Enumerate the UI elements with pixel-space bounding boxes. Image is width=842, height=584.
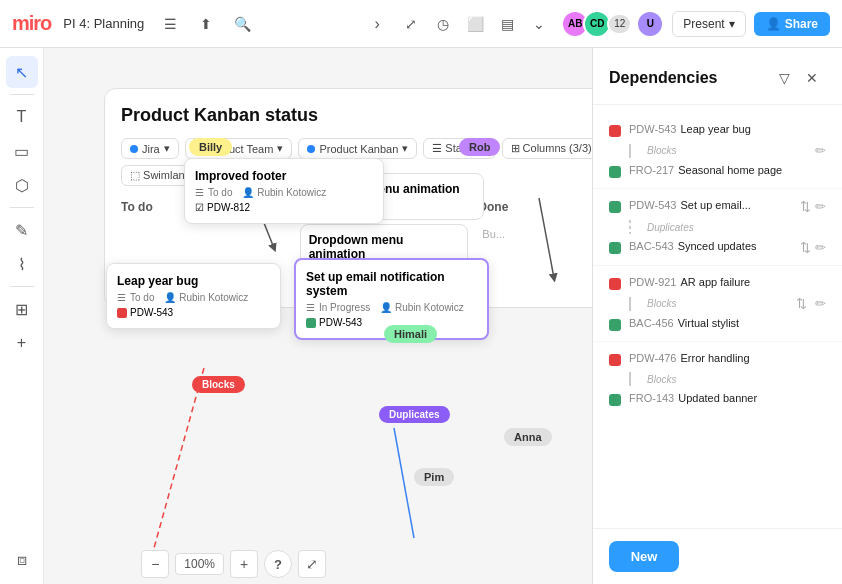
toolbar-separator-3 — [10, 286, 34, 287]
topbar-right: › ⤢ ◷ ⬜ ▤ ⌄ AB CD 12 U Present ▾ 👤 Share — [365, 10, 830, 38]
dep-arrow-icon-3[interactable]: ⇅ — [800, 240, 811, 255]
dep-arrow-icon-4[interactable]: ⇅ — [796, 296, 807, 311]
search-icon[interactable]: 🔍 — [228, 10, 256, 38]
dep-list: PDW-543 Leap year bug Blocks ✏ — [593, 105, 842, 528]
project-name: PI 4: Planning — [63, 16, 144, 31]
svg-line-0 — [154, 368, 204, 548]
leap-year-floating-card[interactable]: Leap year bug ☰ To do 👤 Rubin Kotowicz P… — [106, 263, 281, 329]
dep-sub-duplicates: Duplicates — [593, 218, 842, 236]
nav-left-icon[interactable]: › — [365, 12, 389, 36]
present-label: Present — [683, 17, 724, 31]
dep-item-bac456: BAC-456 Virtual stylist — [593, 313, 842, 335]
col-done-header: Done ··· — [478, 198, 592, 216]
improved-footer-card[interactable]: Improved footer ☰ To do 👤 Rubin Kotowicz… — [184, 158, 384, 224]
help-button[interactable]: ? — [264, 550, 292, 578]
dep-item-fro143: FRO-143 Updated banner — [593, 388, 842, 410]
dep-dot-red-3 — [609, 278, 621, 290]
more-tools-icon[interactable]: ⌄ — [525, 10, 553, 38]
dep-arrow-icon-2[interactable]: ⇅ — [800, 199, 811, 214]
left-toolbar: ↖ T ▭ ⬡ ✎ ⌇ ⊞ + ⧈ — [0, 48, 44, 584]
dep-item-pdw543-2: PDW-543 Set up email... ⇅ ✏ — [593, 195, 842, 218]
miro-logo: miro — [12, 12, 51, 35]
avatars-group: AB CD 12 U — [561, 10, 664, 38]
dep-dot-green-5 — [609, 394, 621, 406]
add-button[interactable]: + — [6, 327, 38, 359]
dep-panel-footer: New — [593, 528, 842, 584]
frame-button[interactable]: ⧈ — [6, 544, 38, 576]
table-button[interactable]: ⊞ — [6, 293, 38, 325]
dep-dot-green-1 — [609, 166, 621, 178]
dep-group-1: PDW-543 Leap year bug Blocks ✏ — [593, 113, 842, 188]
timer-icon[interactable]: ◷ — [429, 10, 457, 38]
toolbar-separator-1 — [10, 94, 34, 95]
topbar-left-icons: ☰ ⬆ 🔍 — [156, 10, 256, 38]
dep-dot-red-4 — [609, 354, 621, 366]
filter-jira[interactable]: Jira ▾ — [121, 138, 179, 159]
avatar-user[interactable]: U — [636, 10, 664, 38]
topbar: miro PI 4: Planning ☰ ⬆ 🔍 › ⤢ ◷ ⬜ ▤ ⌄ AB… — [0, 0, 842, 48]
dep-item-pdw476: PDW-476 Error handling — [593, 348, 842, 370]
dep-edit-icon-2[interactable]: ✏ — [815, 199, 826, 214]
expand-button[interactable]: ⤢ — [298, 550, 326, 578]
share-label: Share — [785, 17, 818, 31]
dep-edit-icon-1[interactable]: ✏ — [815, 143, 826, 158]
dep-edit-icon-3[interactable]: ✏ — [815, 240, 826, 255]
user-bubble-rob: Rob — [459, 138, 500, 156]
share-button[interactable]: 👤 Share — [754, 12, 830, 36]
sticky-note-button[interactable]: ▭ — [6, 135, 38, 167]
user-bubble-billy: Billy — [189, 138, 232, 156]
user-bubble-pim: Pim — [414, 468, 454, 486]
dep-sub-blocks-3: Blocks ⇅ ✏ — [593, 294, 842, 313]
dep-panel-title: Dependencies — [609, 69, 770, 87]
dep-edit-icon-4[interactable]: ✏ — [815, 296, 826, 311]
zoom-out-button[interactable]: − — [141, 550, 169, 578]
user-bubble-anna: Anna — [504, 428, 552, 446]
bottom-bar: − 100% + ? ⤢ — [44, 544, 342, 584]
toolbar-separator-2 — [10, 207, 34, 208]
avatar-count[interactable]: 12 — [607, 13, 632, 35]
zoom-in-button[interactable]: + — [230, 550, 258, 578]
dep-dot-green-3 — [609, 242, 621, 254]
dep-close-button[interactable]: ✕ — [798, 64, 826, 92]
dep-sub-blocks-1: Blocks ✏ — [593, 141, 842, 160]
dep-sub-blocks-4: Blocks — [593, 370, 842, 388]
filter-product-kanban[interactable]: Product Kanban ▾ — [298, 138, 417, 159]
dependencies-panel: Dependencies ▽ ✕ PDW-543 Leap year bug — [592, 48, 842, 584]
col-done: Done ··· Bu... — [478, 198, 592, 291]
main-area: ↖ T ▭ ⬡ ✎ ⌇ ⊞ + ⧈ — [0, 48, 842, 584]
zoom-level: 100% — [175, 553, 224, 575]
dep-group-4: PDW-476 Error handling Blocks FR — [593, 341, 842, 416]
blocks-tag[interactable]: Blocks — [192, 376, 245, 393]
kanban-title: Product Kanban status — [121, 105, 592, 126]
new-dependency-button[interactable]: New — [609, 541, 679, 572]
topbar-tool-icons: ⤢ ◷ ⬜ ▤ ⌄ — [397, 10, 553, 38]
done-placeholder: Bu... — [478, 224, 592, 244]
upload-icon[interactable]: ⬆ — [192, 10, 220, 38]
pen-button[interactable]: ✎ — [6, 214, 38, 246]
layout-icon[interactable]: ▤ — [493, 10, 521, 38]
shape-button[interactable]: ⬡ — [6, 169, 38, 201]
dep-panel-header: Dependencies ▽ ✕ — [593, 48, 842, 105]
cursor-tool-icon[interactable]: ⤢ — [397, 10, 425, 38]
dep-group-3: PDW-921 AR app failure Blocks ⇅ ✏ — [593, 265, 842, 341]
share-icon: 👤 — [766, 17, 781, 31]
connector-button[interactable]: ⌇ — [6, 248, 38, 280]
text-tool-button[interactable]: T — [6, 101, 38, 133]
dep-item-bac543: BAC-543 Synced updates ⇅ ✏ — [593, 236, 842, 259]
filter-columns[interactable]: ⊞ Columns (3/3) ▾ — [502, 138, 592, 159]
dep-group-2: PDW-543 Set up email... ⇅ ✏ Duplicates — [593, 188, 842, 265]
dep-dot-green-2 — [609, 201, 621, 213]
menu-icon[interactable]: ☰ — [156, 10, 184, 38]
dep-dot-red-1 — [609, 125, 621, 137]
dep-dot-green-4 — [609, 319, 621, 331]
frame-icon[interactable]: ⬜ — [461, 10, 489, 38]
dep-item-pdw543-1: PDW-543 Leap year bug — [593, 119, 842, 141]
canvas-area[interactable]: Product Kanban status Jira ▾ Product Tea… — [44, 48, 592, 584]
select-tool-button[interactable]: ↖ — [6, 56, 38, 88]
present-button[interactable]: Present ▾ — [672, 11, 745, 37]
user-bubble-himali: Himali — [384, 325, 437, 343]
dep-item-fro217: FRO-217 Seasonal home page — [593, 160, 842, 182]
dep-item-pdw921: PDW-921 AR app failure — [593, 272, 842, 294]
duplicates-tag[interactable]: Duplicates — [379, 406, 450, 423]
dep-filter-button[interactable]: ▽ — [770, 64, 798, 92]
